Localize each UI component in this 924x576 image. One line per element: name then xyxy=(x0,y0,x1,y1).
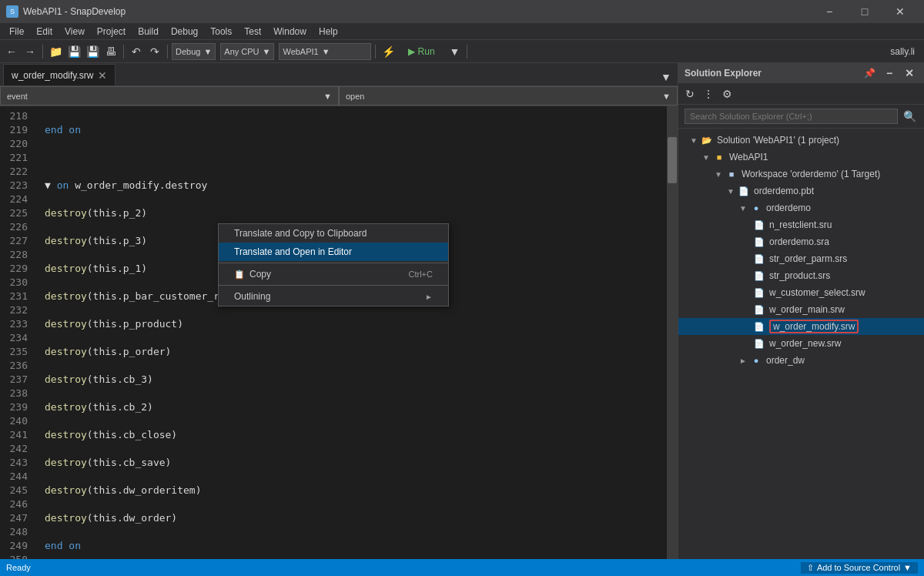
line-num-244: 244 xyxy=(0,470,32,484)
line-num-243: 243 xyxy=(0,456,32,470)
tab-close-icon[interactable]: ✕ xyxy=(98,69,107,82)
line-num-237: 237 xyxy=(0,373,32,387)
tree-orderdemo-pbt[interactable]: ▼ 📄 orderdemo.pbt xyxy=(678,183,924,199)
tab-list-button[interactable]: ▼ xyxy=(658,69,675,85)
solution-label: Solution 'WebAPI1' (1 project) xyxy=(717,135,839,146)
tree-workspace[interactable]: ▼ ■ Workspace 'orderdemo' (1 Target) xyxy=(678,166,924,183)
menu-build[interactable]: Build xyxy=(132,23,165,40)
file-icon-6: 📄 xyxy=(752,303,766,316)
webapi1-expand-arrow[interactable]: ▼ xyxy=(700,153,712,162)
context-menu-copy[interactable]: 📋 Copy Ctrl+C xyxy=(219,265,448,283)
context-menu-translate-copy[interactable]: Translate and Copy to Clipboard xyxy=(219,224,448,243)
project-dropdown[interactable]: WebAPI1 ▼ xyxy=(279,43,371,60)
solution-expand-arrow[interactable]: ▼ xyxy=(688,136,700,145)
add-source-control-button[interactable]: ⇧ Add to Source Control ▼ xyxy=(801,562,918,574)
tree-w-order-new[interactable]: 📄 w_order_new.srw xyxy=(678,335,924,352)
menu-window[interactable]: Window xyxy=(267,23,313,40)
code-line-227: destroy(this.cb_3) xyxy=(45,373,661,387)
tree-w-order-modify[interactable]: 📄 w_order_modify.srw xyxy=(678,318,924,335)
tree-orderdemo-app[interactable]: ▼ ● orderdemo xyxy=(678,199,924,216)
code-nav-left[interactable]: event ▼ xyxy=(0,86,339,105)
file-label-7: w_order_modify.srw xyxy=(769,320,859,333)
toolbar-sep-5 xyxy=(467,45,467,59)
se-search-button[interactable]: 🔍 xyxy=(901,108,918,125)
redo-button[interactable]: ↷ xyxy=(146,43,163,60)
code-editor[interactable]: 218 219 220 221 222 223 224 225 226 227 … xyxy=(0,106,678,559)
solution-explorer-tree: ▼ 📂 Solution 'WebAPI1' (1 project) ▼ ■ W… xyxy=(678,129,924,559)
tree-str-order-parm[interactable]: 📄 str_order_parm.srs xyxy=(678,250,924,267)
line-num-238: 238 xyxy=(0,387,32,400)
save-all-button[interactable]: 💾 xyxy=(84,43,101,60)
code-line-219 xyxy=(45,151,661,165)
platform-dropdown[interactable]: Any CPU ▼ xyxy=(220,43,274,60)
run-arrow-button[interactable]: ▼ xyxy=(446,43,463,60)
se-pin-button[interactable]: 📌 xyxy=(861,65,878,82)
se-search-input[interactable] xyxy=(685,109,898,124)
code-content[interactable]: end on ▼ on w_order_modify.destroy destr… xyxy=(38,106,667,559)
se-collapse-button[interactable]: ⋮ xyxy=(700,85,717,102)
tree-orderdemo-sra[interactable]: 📄 orderdemo.sra xyxy=(678,233,924,250)
status-bar: Ready ⇧ Add to Source Control ▼ xyxy=(0,559,924,576)
tab-w-order-modify[interactable]: w_order_modify.srw ✕ xyxy=(3,64,116,85)
line-num-233: 233 xyxy=(0,317,32,331)
title-bar-controls[interactable]: − □ ✕ xyxy=(812,0,918,23)
code-line-233: end on xyxy=(45,539,661,553)
debug-config-dropdown[interactable]: Debug ▼ xyxy=(172,43,216,60)
menu-edit[interactable]: Edit xyxy=(30,23,59,40)
app-expand-arrow[interactable]: ▼ xyxy=(737,204,749,213)
line-num-218: 218 xyxy=(0,109,32,123)
tree-str-product[interactable]: 📄 str_product.srs xyxy=(678,267,924,284)
order-dw-expand-arrow[interactable]: ► xyxy=(737,357,749,365)
code-nav-right[interactable]: open ▼ xyxy=(339,86,678,105)
toolbar-sep-3 xyxy=(167,45,168,59)
menu-test[interactable]: Test xyxy=(238,23,267,40)
back-button[interactable]: ← xyxy=(3,43,20,60)
se-gear-button[interactable]: ⚙ xyxy=(718,85,735,102)
scrollbar-thumb[interactable] xyxy=(668,137,677,183)
snap-develop-icon[interactable]: ⚡ xyxy=(380,43,397,60)
file-icon-7: 📄 xyxy=(752,320,766,333)
workspace-expand-arrow[interactable]: ▼ xyxy=(712,170,725,179)
menu-tools[interactable]: Tools xyxy=(204,23,238,40)
se-minimize-button[interactable]: − xyxy=(881,65,898,82)
run-button[interactable]: ▶ Run xyxy=(398,43,444,60)
se-sync-button[interactable]: ↻ xyxy=(681,85,698,102)
copy-shortcut: Ctrl+C xyxy=(409,270,433,279)
line-num-235: 235 xyxy=(0,345,32,359)
menu-debug[interactable]: Debug xyxy=(165,23,204,40)
tree-n-restclient[interactable]: 📄 n_restclient.sru xyxy=(678,216,924,233)
tree-webapi1[interactable]: ▼ ■ WebAPI1 xyxy=(678,149,924,166)
maximize-button[interactable]: □ xyxy=(847,0,882,23)
workspace-icon: ■ xyxy=(725,168,738,180)
file-label-4: str_product.srs xyxy=(769,270,830,281)
menu-file[interactable]: File xyxy=(3,23,30,40)
forward-button[interactable]: → xyxy=(22,43,38,60)
context-menu-outlining[interactable]: Outlining ► xyxy=(219,287,448,306)
open-button[interactable]: 📁 xyxy=(47,43,64,60)
print-button[interactable]: 🖶 xyxy=(102,43,119,60)
vertical-scrollbar[interactable] xyxy=(667,106,678,559)
copy-label: Copy xyxy=(249,269,271,280)
code-line-225: destroy(this.p_product) xyxy=(45,317,661,331)
tree-w-customer-select[interactable]: 📄 w_customer_select.srw xyxy=(678,284,924,301)
tree-w-order-main[interactable]: 📄 w_order_main.srw xyxy=(678,301,924,318)
editor-area: w_order_modify.srw ✕ ▼ event ▼ open ▼ 21… xyxy=(0,63,678,559)
menu-view[interactable]: View xyxy=(59,23,91,40)
menu-project[interactable]: Project xyxy=(91,23,132,40)
tree-solution[interactable]: ▼ 📂 Solution 'WebAPI1' (1 project) xyxy=(678,132,924,149)
pbt-expand-arrow[interactable]: ▼ xyxy=(725,187,737,196)
line-num-222: 222 xyxy=(0,165,32,179)
project-label: WebAPI1 xyxy=(283,47,318,56)
file-label-5: w_customer_select.srw xyxy=(769,287,865,298)
menu-bar: File Edit View Project Build Debug Tools… xyxy=(0,23,924,40)
menu-help[interactable]: Help xyxy=(313,23,344,40)
se-close-button[interactable]: ✕ xyxy=(901,65,918,82)
close-button[interactable]: ✕ xyxy=(882,0,918,23)
solution-icon: 📂 xyxy=(700,134,714,146)
webapi1-icon: ■ xyxy=(712,151,726,163)
save-button[interactable]: 💾 xyxy=(65,43,82,60)
tree-order-dw[interactable]: ► ● order_dw xyxy=(678,352,924,369)
context-menu-translate-open[interactable]: Translate and Open in Editor xyxy=(219,243,448,261)
minimize-button[interactable]: − xyxy=(812,0,847,23)
undo-button[interactable]: ↶ xyxy=(128,43,145,60)
